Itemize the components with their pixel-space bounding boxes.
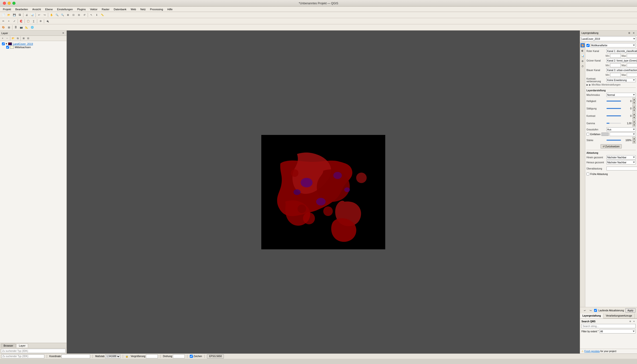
search-qms-close-button[interactable]: ✕ — [632, 320, 636, 323]
transparency-icon[interactable]: ◐ — [580, 48, 585, 53]
new-project-button[interactable]: 📄 — [1, 12, 6, 18]
open-project-button[interactable]: 📂 — [6, 12, 12, 18]
menu-datenbank[interactable]: Datenbank — [112, 8, 128, 11]
tab-processing-tools[interactable]: Verarbeitungswerkzeuge — [604, 314, 634, 318]
reset-button[interactable]: ↺ Zurücksetzen — [600, 144, 622, 148]
crs-button[interactable]: EPSG:5650 — [207, 354, 224, 358]
redo-style-button[interactable]: ↪ — [588, 308, 593, 312]
field-calculator-button[interactable]: ∑ — [31, 18, 36, 24]
menu-ansicht[interactable]: Ansicht — [30, 8, 43, 11]
print-layout-button[interactable]: 🖨 — [24, 12, 29, 18]
panel-close-button[interactable]: ✕ — [632, 31, 636, 35]
undo-button[interactable]: ↩ — [36, 12, 42, 18]
green-channel-dropdown[interactable]: Kanal 2: forest_type (Green) — [606, 58, 637, 63]
zoom-in-dropdown[interactable]: Nächster Nachbar — [606, 155, 636, 160]
plugins-button[interactable]: 🔌 — [45, 18, 50, 24]
contrast-down[interactable]: ▼ — [632, 116, 636, 119]
grayscale-dropdown[interactable]: Aus — [606, 127, 636, 132]
menu-web[interactable]: Web — [129, 8, 138, 11]
menu-ebene[interactable]: Ebene — [44, 8, 55, 11]
redo-button[interactable]: ↪ — [42, 12, 47, 18]
snapping-button[interactable]: 🧲 — [18, 18, 24, 24]
layers-close-button[interactable]: ✕ — [61, 31, 65, 35]
add-wms-button[interactable]: 🌐 — [30, 25, 35, 30]
green-max-input[interactable]: 5 — [627, 64, 637, 67]
close-button[interactable] — [3, 2, 6, 5]
rotation-input[interactable]: 0,0 ° — [173, 354, 185, 358]
menu-einstellungen[interactable]: Einstellungen — [55, 8, 74, 11]
minimize-button[interactable] — [8, 2, 11, 5]
measure-button[interactable]: 📏 — [100, 12, 105, 18]
zoom-out-dropdown[interactable]: Nächster Nachbar — [606, 160, 636, 164]
layer-tree-button[interactable]: ▤ — [6, 25, 12, 30]
live-update-checkbox[interactable] — [594, 309, 597, 312]
colorize-extra-dropdown[interactable] — [610, 132, 636, 136]
attribute-table-button[interactable]: 📋 — [26, 18, 31, 24]
zoom-in-button[interactable]: 🔍 — [54, 12, 60, 18]
search-qms-settings-button[interactable]: ⚙ — [628, 320, 632, 323]
digitize-button[interactable]: ✏ — [1, 18, 6, 24]
brightness-down[interactable]: ▼ — [632, 101, 636, 104]
filter-dropdown[interactable]: All — [600, 329, 636, 334]
add-layer-button[interactable]: + — [0, 36, 5, 40]
histogram-icon[interactable]: 📊 — [580, 54, 585, 58]
scale-select[interactable]: 1:341688 — [105, 354, 120, 358]
red-channel-dropdown[interactable]: Kanal 1: discrete_classification (Red) — [606, 49, 637, 53]
datasource-manager-button[interactable]: 🗄 — [13, 25, 18, 30]
saturation-up[interactable]: ▲ — [632, 105, 636, 108]
save-as-button[interactable]: 🖫 — [17, 12, 22, 18]
coordinate-input[interactable]: 1543130,6620536 — [62, 354, 90, 358]
green-min-input[interactable]: 0 — [610, 64, 621, 67]
open-layer-button[interactable]: 📂 — [11, 36, 15, 40]
duplicate-layer-button[interactable]: ⧉ — [16, 36, 20, 40]
group-layers-button[interactable]: ⊞ — [22, 36, 26, 40]
magnification-input[interactable]: 100% — [146, 354, 158, 358]
map-canvas[interactable] — [67, 30, 580, 354]
red-min-input[interactable]: 0 — [610, 54, 621, 58]
layer-checkbox-landcover[interactable] — [2, 42, 5, 45]
menu-plugins[interactable]: Plugins — [75, 8, 88, 11]
menu-hilfe[interactable]: Hilfe — [166, 8, 174, 11]
move-feature-button[interactable]: ⤢ — [12, 18, 17, 24]
saturation-slider[interactable] — [606, 108, 621, 109]
strength-up[interactable]: ▲ — [632, 137, 636, 140]
early-resampling-checkbox[interactable] — [586, 172, 589, 176]
menu-netz[interactable]: Netz — [138, 8, 148, 11]
processing-button[interactable]: ⚙ — [38, 18, 43, 24]
red-max-input[interactable]: 126 — [627, 54, 637, 58]
gamma-up[interactable]: ▲ — [632, 120, 636, 123]
tab-layer-styling[interactable]: Layergestaltung — [580, 314, 604, 318]
zoom-full-button[interactable]: ⊞ — [65, 12, 70, 18]
add-feature-button[interactable]: + — [6, 18, 12, 24]
blue-min-input[interactable]: 0 — [610, 73, 621, 77]
style-manager-button[interactable]: 🎨 — [1, 25, 6, 30]
statusbar-search[interactable] — [2, 354, 44, 358]
gamma-down[interactable]: ▼ — [632, 123, 636, 126]
blend-mode-dropdown[interactable]: Normal — [606, 93, 636, 97]
blue-max-input[interactable]: 100 — [627, 73, 637, 77]
layer-selector[interactable]: LandCover_2019 — [581, 36, 636, 41]
add-raster-button[interactable]: 📷 — [18, 25, 24, 30]
renderer-dropdown[interactable]: Multikanalfarbe — [590, 43, 636, 48]
filter-layers-button[interactable]: ⊟ — [26, 36, 30, 40]
remove-layer-button[interactable]: − — [5, 36, 9, 40]
rendering-icon[interactable]: ⚙ — [580, 59, 585, 63]
layer-item-landcover[interactable]: ▾ LandCover_2019 — [2, 42, 65, 46]
fresh-geodata-link[interactable]: Fresh geodata — [584, 350, 600, 352]
undo-style-button[interactable]: ↩ — [583, 308, 587, 312]
contrast-slider[interactable] — [606, 115, 621, 116]
contrast-dropdown[interactable]: Keine Erweiterung — [606, 78, 636, 82]
blue-channel-dropdown[interactable]: Kanal 3: urban-coverfraction (Blue) — [606, 68, 637, 72]
layer-checkbox-mittelsachsen[interactable] — [6, 46, 9, 49]
layer-search-input[interactable] — [1, 349, 66, 353]
strength-slider[interactable] — [606, 140, 621, 141]
colorize-swatch[interactable] — [602, 132, 609, 136]
menu-bearbeiten[interactable]: Bearbeiten — [13, 8, 30, 11]
minmax-section[interactable]: ▶ ▶ Min/Max-Werteinstellungen — [586, 84, 636, 86]
reports-button[interactable]: 📊 — [30, 12, 35, 18]
zoom-layer-button[interactable]: ⊡ — [71, 12, 76, 18]
save-project-button[interactable]: 💾 — [12, 12, 17, 18]
oversampling-input[interactable]: 2,00 — [606, 166, 637, 170]
brightness-up[interactable]: ▲ — [632, 98, 636, 101]
strength-down[interactable]: ▼ — [632, 140, 636, 144]
